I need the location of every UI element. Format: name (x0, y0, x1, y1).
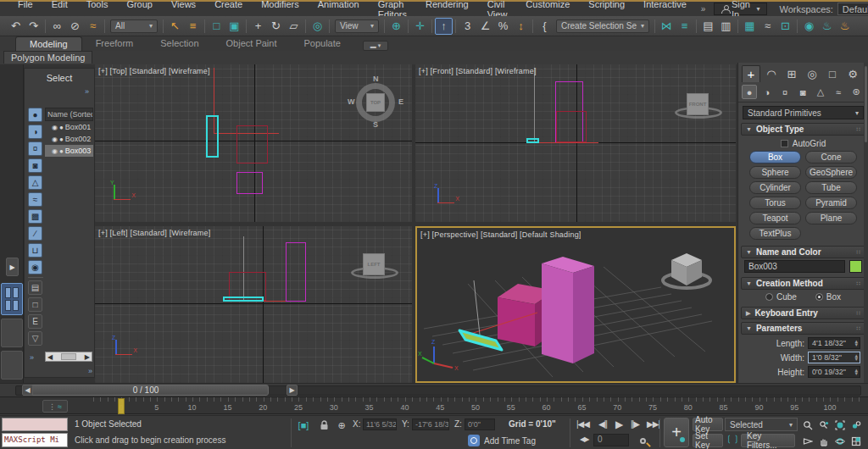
parameter-field-length-[interactable]: 4'1 18/32"▴▾ (808, 337, 860, 349)
previous-frame-button[interactable]: ◀|| (598, 419, 607, 429)
ribbon-tab-populate[interactable]: Populate (290, 36, 353, 51)
spacewarps-category-icon[interactable]: ≈ (831, 85, 846, 99)
viewcube-face[interactable]: TOP (366, 93, 385, 112)
percent-snap-icon[interactable]: % (494, 18, 512, 35)
next-frame-button[interactable]: ▶ (287, 385, 298, 396)
time-slider-handle[interactable]: 0 / 100 (23, 385, 269, 396)
zoom-all-icon[interactable] (816, 418, 832, 433)
create-torus-button[interactable]: Torus (749, 197, 801, 209)
box-wire[interactable] (236, 125, 268, 164)
workspace-dropdown[interactable]: Default ▾ (837, 3, 868, 15)
layer-explorer-toggle-icon[interactable]: ▥ (717, 18, 735, 35)
explorer-chevron-3[interactable]: » (88, 367, 92, 375)
explorer-column-header[interactable]: Name (Sorted A (45, 108, 93, 121)
list-item-box002[interactable]: ◉●Box002 (45, 133, 93, 145)
compass-n[interactable]: N (373, 75, 379, 83)
create-sphere-button[interactable]: Sphere (749, 166, 801, 179)
curve-editor-icon[interactable]: ≈ (759, 18, 776, 35)
rollout-object-type-header[interactable]: ▼ Object Type ∷ (741, 123, 865, 136)
filter-helpers-icon[interactable]: △ (28, 175, 42, 190)
keyboard-override-icon[interactable]: ↑ (435, 18, 453, 35)
filter-shapes-icon[interactable]: ◑ (28, 125, 42, 139)
create-box-button[interactable]: Box (749, 151, 801, 164)
y-coordinate-field[interactable]: -17'6 18/32 (412, 419, 449, 430)
mini-curve-editor-button[interactable]: ⋮≈ (42, 400, 68, 413)
maxscript-mini-listener[interactable]: MAXScript Mi (2, 433, 68, 447)
pan-hand-icon[interactable] (816, 434, 832, 449)
create-pyramid-button[interactable]: Pyramid (805, 197, 857, 209)
visibility-eye-icon[interactable]: ◉ (52, 136, 58, 143)
lights-category-icon[interactable]: ¤ (777, 85, 793, 99)
compass-e[interactable]: E (398, 97, 403, 106)
use-pivot-center-icon[interactable]: ⊕ (387, 18, 405, 35)
select-and-scale-icon[interactable]: ▱ (285, 18, 303, 35)
track-bar[interactable]: ⋮≈ 0510152025303540455055606570758085909… (0, 396, 868, 414)
systems-category-icon[interactable]: ⊛ (849, 85, 864, 99)
ribbon-minimize-button[interactable]: ▬▾ (363, 41, 388, 51)
box-wire[interactable] (556, 111, 587, 142)
select-and-link-icon[interactable]: ∞ (48, 18, 66, 35)
reference-coordinate-dropdown[interactable]: View▾ (335, 19, 379, 33)
viewport-left-label[interactable]: [+] [Left] [Standard] [Wireframe] (98, 229, 210, 237)
z-coordinate-field[interactable]: 0'0" (465, 419, 495, 430)
key-filters-button[interactable]: Key Filters... (741, 434, 795, 447)
rollout-keyboard-entry-header[interactable]: ▶ Keyboard Entry ∷ (741, 307, 865, 319)
viewcube-face[interactable]: LEFT (363, 253, 385, 275)
visibility-eye-icon[interactable]: ◉ (52, 147, 58, 155)
cameras-category-icon[interactable]: ◙ (795, 85, 810, 99)
create-geosphere-button[interactable]: GeoSphere (805, 166, 857, 179)
filter-visibility-icon[interactable]: ◉ (28, 260, 42, 274)
helpers-category-icon[interactable]: △ (813, 85, 828, 99)
ribbon-tab-object-paint[interactable]: Object Paint (213, 36, 291, 51)
ribbon-toggle-icon[interactable]: ▦ (741, 18, 759, 35)
visibility-eye-icon[interactable]: ◉ (52, 124, 58, 131)
create-cone-button[interactable]: Cone (805, 151, 857, 164)
rectangular-selection-region-icon[interactable]: □ (208, 18, 225, 35)
angle-snap-icon[interactable]: ∠ (476, 18, 494, 35)
object-name-field[interactable]: Box003 (744, 260, 845, 273)
zoom-extents-icon[interactable] (832, 418, 848, 433)
command-panel-scrollbar[interactable] (864, 63, 868, 414)
create-teapot-button[interactable]: Teapot (749, 212, 801, 224)
dock-flyout-button[interactable]: ▶ (6, 258, 19, 276)
create-plane-button[interactable]: Plane (805, 212, 857, 224)
explorer-overflow-chevron[interactable]: » (85, 87, 89, 96)
filter-bones-icon[interactable]: ∕ (28, 226, 42, 241)
material-editor-icon[interactable]: ◉ (800, 18, 818, 35)
shapes-category-icon[interactable]: ◑ (760, 85, 775, 99)
add-time-tag[interactable]: Add Time Tag (468, 435, 536, 446)
window-crossing-icon[interactable]: ▣ (225, 18, 243, 35)
zoom-extents-all-icon[interactable] (849, 418, 864, 433)
track-bar-ruler[interactable]: 0510152025303540455055606570758085909510… (93, 397, 861, 415)
create-tube-button[interactable]: Tube (805, 181, 857, 194)
go-to-end-button[interactable]: ▶▶| (647, 419, 659, 429)
box-wire[interactable] (286, 242, 306, 302)
ribbon-tab-freeform[interactable]: Freeform (82, 36, 147, 51)
hierarchy-tab[interactable]: ⊞ (782, 65, 801, 82)
viewport-top-label[interactable]: [+] [Top] [Standard] [Wireframe] (98, 67, 210, 75)
previous-frame-button[interactable]: ◀ (22, 385, 33, 396)
filter-lights-icon[interactable]: ¤ (28, 141, 42, 156)
rollout-parameters-header[interactable]: ▼ Parameters ∷ (741, 322, 865, 335)
utilities-tab[interactable]: ⚙ (843, 65, 862, 82)
create-tab[interactable]: + (742, 65, 760, 82)
absolute-mode-icon[interactable]: ⊕ (335, 419, 348, 432)
rollout-creation-method-header[interactable]: ▼ Creation Method ∷ (741, 277, 865, 290)
spinner-icon[interactable]: ▴▾ (854, 354, 858, 361)
object-color-swatch[interactable] (849, 260, 862, 273)
scene-explorer-toggle-icon[interactable]: ▤ (699, 18, 717, 35)
filter-materials-icon[interactable]: ▩ (28, 209, 42, 224)
key-mode-toggle[interactable]: ◀▶ (580, 435, 588, 443)
auto-key-button[interactable]: Auto Key (693, 418, 723, 431)
compass-s[interactable]: S (373, 120, 378, 129)
rollout-name-color-header[interactable]: ▼ Name and Color ∷ (741, 246, 865, 258)
viewport-top[interactable]: [+] [Top] [Standard] [Wireframe] TOP N S… (95, 64, 412, 222)
viewport-perspective-label[interactable]: [+] [Perspective] [Standard] [Default Sh… (420, 230, 581, 239)
bind-to-spacewarp-icon[interactable]: ≈ (84, 18, 102, 35)
motion-tab[interactable]: ◎ (803, 65, 821, 82)
viewport-front[interactable]: [+] [Front] [Standard] [Wireframe] FRONT… (415, 64, 736, 222)
selection-set-dropdown[interactable]: Create Selection Se▾ (556, 19, 649, 33)
display-none-icon[interactable]: □ (28, 297, 42, 312)
selection-lock-icon[interactable] (317, 419, 331, 432)
schematic-view-icon[interactable]: ⊡ (776, 18, 794, 35)
